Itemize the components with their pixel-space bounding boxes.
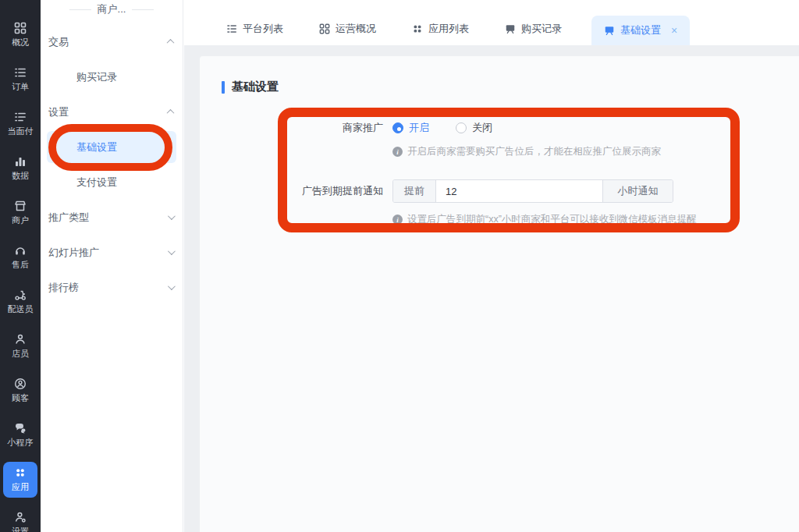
sidebar-item-purchase-records[interactable]: 购买记录: [41, 59, 183, 94]
rail-item-label: 概况: [12, 37, 29, 48]
merchant-shop-icon: [14, 200, 27, 212]
tab-label: 购买记录: [521, 22, 562, 36]
tab-close-icon[interactable]: ×: [671, 25, 677, 36]
chevron-down-icon: [168, 212, 176, 220]
headset-icon: [14, 244, 27, 257]
chevron-down-icon: [168, 282, 176, 290]
sidebar-item-label: 设置: [48, 105, 69, 119]
rail-item-label: 售后: [12, 259, 29, 271]
expire-notice-help: i 设置后广告到期前“xx”小时商家和平台可以接收到微信模板消息提醒: [392, 213, 799, 226]
title-accent-bar: [222, 81, 225, 94]
sidebar-item-payment-settings[interactable]: 支付设置: [41, 165, 183, 200]
tab-operations-overview[interactable]: 运营概况: [308, 12, 387, 45]
sidebar-item-label: 交易: [48, 35, 69, 49]
input-prefix: 提前: [393, 180, 436, 202]
tab-app-list[interactable]: 应用列表: [401, 12, 480, 45]
rail-item-label: 订单: [12, 81, 29, 93]
data-chart-icon: [14, 155, 27, 168]
chevron-up-icon: [167, 39, 175, 47]
scooter-icon: [14, 289, 27, 301]
tab-label: 平台列表: [243, 22, 283, 36]
rail-item-data[interactable]: 数据: [0, 151, 41, 186]
sidebar-item-label: 购买记录: [76, 70, 117, 84]
content-card: 基础设置 商家推广 开启 关闭: [200, 56, 799, 532]
rail-item-face-pay[interactable]: 当面付: [0, 106, 41, 142]
radio-dot: [392, 122, 403, 133]
rail-item-label: 设置: [12, 526, 29, 532]
sidebar-item-label: 幻灯片推广: [48, 246, 99, 260]
rail-item-label: 店员: [12, 348, 29, 360]
orders-icon: [14, 66, 27, 79]
divider-line: [69, 9, 91, 10]
platform-list-icon: [226, 23, 237, 34]
input-suffix: 小时通知: [602, 180, 673, 202]
main-area: 平台列表 运营概况 应用列表 购买记录 基础设置 ×: [184, 0, 799, 532]
merchant-promo-row: 商家推广 开启 关闭: [222, 121, 799, 135]
divider-line: [132, 9, 154, 10]
person-circle-icon: [14, 378, 27, 390]
tab-bar: 平台列表 运营概况 应用列表 购买记录 基础设置 ×: [184, 0, 799, 45]
overview-icon: [14, 22, 27, 34]
sidebar-group-trade[interactable]: 交易: [41, 24, 183, 59]
radio-dot: [456, 122, 467, 133]
monitor-icon: [604, 25, 615, 36]
rail-item-settings[interactable]: 设置: [0, 506, 41, 532]
sidebar-item-label: 基础设置: [76, 140, 117, 154]
tab-platform-list[interactable]: 平台列表: [215, 12, 294, 45]
secondary-sidebar: 商户... 交易 购买记录 设置 基础设置 支付设置 推广类型 幻灯片推广: [41, 0, 183, 532]
rail-item-overview[interactable]: 概况: [0, 17, 41, 53]
rail-item-miniprogram[interactable]: 小程序: [0, 417, 41, 453]
sidebar-top-label: 商户...: [98, 2, 126, 16]
help-text: 设置后广告到期前“xx”小时商家和平台可以接收到微信模板消息提醒: [407, 213, 697, 226]
rail-item-label: 顾客: [12, 392, 29, 404]
sidebar-group-ranking[interactable]: 排行榜: [41, 270, 183, 305]
sidebar-group-slideshow-promo[interactable]: 幻灯片推广: [41, 235, 183, 270]
monitor-icon: [505, 23, 516, 34]
chat-bubbles-icon: [14, 422, 27, 434]
rail-item-label: 配送员: [8, 303, 34, 315]
tab-purchase-records[interactable]: 购买记录: [494, 12, 573, 45]
person-gear-icon: [14, 511, 27, 523]
workspace: 基础设置 商家推广 开启 关闭: [184, 45, 799, 532]
help-text: 开启后商家需要购买广告位后，才能在相应推广位展示商家: [407, 145, 661, 158]
rail-item-label: 商户: [12, 215, 29, 226]
radio-on[interactable]: 开启: [392, 121, 429, 135]
operations-overview-icon: [319, 23, 330, 34]
rail-item-merchant[interactable]: 商户: [0, 195, 41, 231]
radio-on-label: 开启: [409, 121, 429, 135]
merchant-promo-label: 商家推广: [222, 121, 383, 135]
sidebar-group-settings[interactable]: 设置: [41, 94, 183, 129]
rail-item-customer[interactable]: 顾客: [0, 373, 41, 409]
app-window: 概况 订单 当面付 数据 商户 售后 配送员 店员: [0, 0, 799, 532]
rail-item-orders[interactable]: 订单: [0, 62, 41, 98]
app-list-icon: [412, 23, 423, 34]
info-icon: i: [392, 147, 403, 157]
radio-off-label: 关闭: [472, 121, 492, 135]
rail-item-label: 小程序: [8, 437, 34, 449]
chevron-up-icon: [167, 109, 175, 117]
sidebar-item-label: 排行榜: [48, 281, 79, 295]
rail-item-label: 数据: [12, 170, 29, 182]
tab-label: 运营概况: [336, 22, 376, 36]
page-title: 基础设置: [232, 80, 279, 94]
info-icon: i: [392, 215, 403, 225]
sidebar-group-promo-type[interactable]: 推广类型: [41, 200, 183, 235]
rail-item-aftersale[interactable]: 售后: [0, 239, 41, 275]
sidebar-top-item[interactable]: 商户...: [41, 0, 183, 19]
radio-off[interactable]: 关闭: [456, 121, 492, 135]
sidebar-item-basic-settings[interactable]: 基础设置: [47, 131, 176, 163]
sidebar-item-label: 支付设置: [76, 176, 117, 190]
rail-item-label: 当面付: [8, 126, 34, 137]
rail-item-courier[interactable]: 配送员: [0, 284, 41, 320]
settings-form: 商家推广 开启 关闭 i: [222, 121, 799, 226]
rail-item-apps[interactable]: 应用: [3, 462, 37, 498]
rail-item-label: 应用: [12, 481, 29, 493]
sidebar-item-label: 推广类型: [48, 211, 89, 225]
hours-input[interactable]: [436, 180, 602, 202]
apps-grid-icon: [14, 466, 27, 479]
expire-notice-label: 广告到期提前通知: [222, 184, 383, 198]
tab-label: 应用列表: [428, 22, 469, 36]
tab-basic-settings[interactable]: 基础设置 ×: [591, 16, 690, 45]
rail-item-staff[interactable]: 店员: [0, 328, 41, 364]
primary-rail: 概况 订单 当面付 数据 商户 售后 配送员 店员: [0, 0, 41, 532]
